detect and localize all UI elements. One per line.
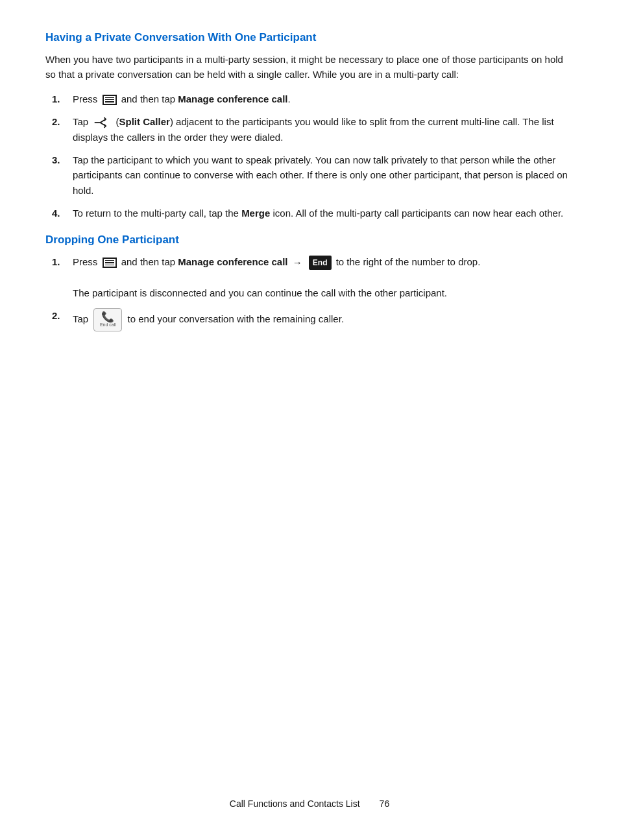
end-badge: End <box>309 256 332 270</box>
step-1-2: 2. Tap (Split Caller) adjacent to the pa… <box>52 114 574 145</box>
step-content-1-4: To return to the multi-party call, tap t… <box>73 206 574 221</box>
manage-conference-bold-1: Manage conference call <box>178 93 287 104</box>
step-1-4: 4. To return to the multi-party call, ta… <box>52 206 574 221</box>
section2: Dropping One Participant 1. Press and th… <box>45 234 574 331</box>
step-2-2: 2. Tap 📞 End call to end your conversati… <box>52 308 574 331</box>
step-number-2-2: 2. <box>52 308 70 323</box>
split-caller-icon <box>93 115 110 130</box>
merge-bold: Merge <box>241 208 270 219</box>
endcall-label: End call <box>100 322 116 328</box>
step-content-1-2: Tap (Split Caller) adjacent to the parti… <box>73 114 574 145</box>
footer-page: 76 <box>380 798 390 809</box>
section1-heading: Having a Private Conversation With One P… <box>45 31 574 44</box>
split-caller-bold: Split Caller <box>119 116 170 127</box>
step-number-1-1: 1. <box>52 91 70 106</box>
step-content-2-1: Press and then tap Manage conference cal… <box>73 254 574 300</box>
section1-intro: When you have two participants in a mult… <box>45 52 574 82</box>
endcall-button-icon: 📞 End call <box>93 308 122 331</box>
section1-steps: 1. Press and then tap Manage conference … <box>52 91 574 221</box>
step-content-2-2: Tap 📞 End call to end your conversation … <box>73 308 574 331</box>
footer-label: Call Functions and Contacts List <box>230 798 360 809</box>
arrow-icon: → <box>293 255 302 270</box>
step-number-1-3: 3. <box>52 152 70 167</box>
step-content-1-1: Press and then tap Manage conference cal… <box>73 91 574 106</box>
menu-icon-1 <box>103 95 117 105</box>
section2-steps: 1. Press and then tap Manage conference … <box>52 254 574 331</box>
phone-icon: 📞 <box>101 312 114 322</box>
footer: Call Functions and Contacts List 76 <box>0 798 619 809</box>
step-2-1: 1. Press and then tap Manage conference … <box>52 254 574 300</box>
step-1-3: 3. Tap the participant to which you want… <box>52 152 574 198</box>
manage-conference-bold-2: Manage conference call <box>178 256 287 267</box>
step-content-1-3: Tap the participant to which you want to… <box>73 152 574 198</box>
step-number-1-2: 2. <box>52 114 70 129</box>
step-number-2-1: 1. <box>52 254 70 269</box>
step-number-1-4: 4. <box>52 206 70 221</box>
section2-heading: Dropping One Participant <box>45 234 574 246</box>
menu-icon-2 <box>103 258 117 268</box>
step-1-1: 1. Press and then tap Manage conference … <box>52 91 574 106</box>
